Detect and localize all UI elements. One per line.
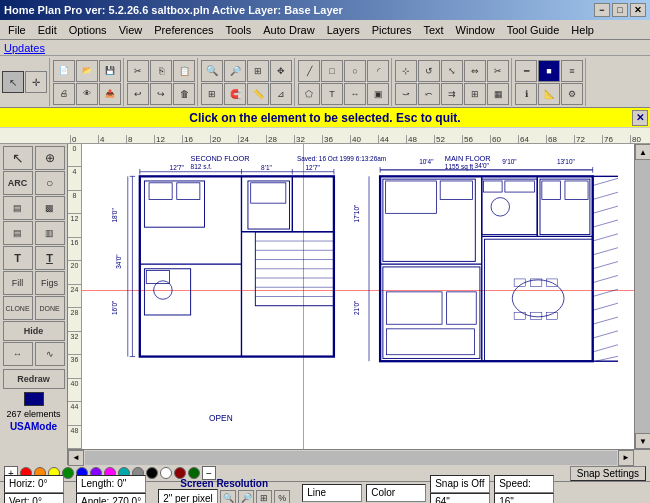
door-tool[interactable]: ▩ xyxy=(35,196,65,220)
updates-link[interactable]: Updates xyxy=(4,42,45,54)
ruler-mark-v: 44 xyxy=(68,402,81,425)
break-btn[interactable]: ⤻ xyxy=(395,83,417,105)
ortho-btn[interactable]: ⊿ xyxy=(270,83,292,105)
line-btn[interactable]: ╱ xyxy=(298,60,320,82)
config-btn[interactable]: ⚙ xyxy=(561,83,583,105)
move-btn[interactable]: ⊹ xyxy=(395,60,417,82)
mirror-btn[interactable]: ⇔ xyxy=(464,60,486,82)
text-btn[interactable]: T xyxy=(321,83,343,105)
menu-pictures[interactable]: Pictures xyxy=(366,22,418,38)
scale-btn[interactable]: ⤡ xyxy=(441,60,463,82)
layer-prop-btn[interactable]: ≡ xyxy=(561,60,583,82)
menu-layers[interactable]: Layers xyxy=(321,22,366,38)
crosshair-tool-btn[interactable]: ✛ xyxy=(25,71,47,93)
bottom-scrollbar[interactable]: ◄ ► xyxy=(68,449,650,465)
redraw-btn[interactable]: Redraw xyxy=(3,369,65,389)
dim-tool[interactable]: ↔ xyxy=(3,342,33,366)
zigzag-tool[interactable]: ∿ xyxy=(35,342,65,366)
color-black[interactable] xyxy=(146,467,158,479)
crosshair-tool[interactable]: ⊕ xyxy=(35,146,65,170)
trim-btn[interactable]: ✂ xyxy=(487,60,509,82)
print-btn[interactable]: 🖨 xyxy=(53,83,75,105)
paste-btn[interactable]: 📋 xyxy=(173,60,195,82)
scroll-left-btn[interactable]: ◄ xyxy=(68,450,84,466)
menu-file[interactable]: File xyxy=(2,22,32,38)
copy-btn[interactable]: ⎘ xyxy=(150,60,172,82)
poly-btn[interactable]: ⬠ xyxy=(298,83,320,105)
circle-btn[interactable]: ○ xyxy=(344,60,366,82)
menu-window[interactable]: Window xyxy=(450,22,501,38)
zoom-fit-btn[interactable]: ⊞ xyxy=(247,60,269,82)
text-bold-tool[interactable]: T xyxy=(35,246,65,270)
menu-tools[interactable]: Tools xyxy=(220,22,258,38)
arc-btn[interactable]: ◜ xyxy=(367,60,389,82)
export-btn[interactable]: 📤 xyxy=(99,83,121,105)
menu-view[interactable]: View xyxy=(113,22,149,38)
menu-text[interactable]: Text xyxy=(417,22,449,38)
menu-options[interactable]: Options xyxy=(63,22,113,38)
window-tool[interactable]: ▥ xyxy=(35,221,65,245)
rotate-btn[interactable]: ↺ xyxy=(418,60,440,82)
dim-btn[interactable]: ↔ xyxy=(344,83,366,105)
zoom-in-status-btn[interactable]: 🔍 xyxy=(220,490,236,503)
snap-btn[interactable]: 🧲 xyxy=(224,83,246,105)
zoom-out-status-btn[interactable]: 🔎 xyxy=(238,490,254,503)
grid-btn[interactable]: ⊞ xyxy=(201,83,223,105)
delete-btn[interactable]: 🗑 xyxy=(173,83,195,105)
menu-help[interactable]: Help xyxy=(565,22,600,38)
scroll-down-btn[interactable]: ▼ xyxy=(635,433,650,449)
lineweight-btn[interactable]: ━ xyxy=(515,60,537,82)
menu-toolguide[interactable]: Tool Guide xyxy=(501,22,566,38)
scroll-up-btn[interactable]: ▲ xyxy=(635,144,650,160)
zoom-out-btn[interactable]: 🔎 xyxy=(224,60,246,82)
select-tool-btn[interactable]: ↖ xyxy=(2,71,24,93)
svg-rect-57 xyxy=(505,181,535,192)
undo-btn[interactable]: ↩ xyxy=(127,83,149,105)
scroll-track-h[interactable] xyxy=(85,451,617,465)
measure-btn[interactable]: 📐 xyxy=(538,83,560,105)
offset-btn[interactable]: ⇉ xyxy=(441,83,463,105)
zoom-in-btn[interactable]: 🔍 xyxy=(201,60,223,82)
close-button[interactable]: ✕ xyxy=(630,3,646,17)
snap-settings-btn[interactable]: Snap Settings xyxy=(570,466,646,481)
notify-close-button[interactable]: ✕ xyxy=(632,110,648,126)
maximize-button[interactable]: □ xyxy=(612,3,628,17)
menu-edit[interactable]: Edit xyxy=(32,22,63,38)
scroll-right-btn[interactable]: ► xyxy=(618,450,634,466)
minimize-button[interactable]: − xyxy=(594,3,610,17)
array-btn[interactable]: ⊞ xyxy=(464,83,486,105)
circle-tool[interactable]: ○ xyxy=(35,171,65,195)
arc-tool[interactable]: ARC xyxy=(3,171,33,195)
hide-btn[interactable]: Hide xyxy=(3,321,65,341)
join-btn[interactable]: ⤺ xyxy=(418,83,440,105)
menu-preferences[interactable]: Preferences xyxy=(148,22,219,38)
new-btn[interactable]: 📄 xyxy=(53,60,75,82)
wall-tool[interactable]: ▤ xyxy=(3,196,33,220)
fill-btn[interactable]: ▣ xyxy=(367,83,389,105)
text-tool[interactable]: T xyxy=(3,246,33,270)
scroll-track-v[interactable] xyxy=(635,160,650,433)
color-swatch[interactable] xyxy=(24,392,44,406)
pan-btn[interactable]: ✥ xyxy=(270,60,292,82)
cut-btn[interactable]: ✂ xyxy=(127,60,149,82)
fill-tool[interactable]: Fill xyxy=(3,271,33,295)
figs-tool[interactable]: Figs xyxy=(35,271,65,295)
stair-tool[interactable]: ▤ xyxy=(3,221,33,245)
zoom-fit-status-btn[interactable]: ⊞ xyxy=(256,490,272,503)
save-btn[interactable]: 💾 xyxy=(99,60,121,82)
open-btn[interactable]: 📂 xyxy=(76,60,98,82)
menu-autodraw[interactable]: Auto Draw xyxy=(257,22,320,38)
done-tool[interactable]: DONE xyxy=(35,296,65,320)
clone-tool[interactable]: CLONE xyxy=(3,296,33,320)
preview-btn[interactable]: 👁 xyxy=(76,83,98,105)
props-btn[interactable]: ℹ xyxy=(515,83,537,105)
zoom-custom-btn[interactable]: % xyxy=(274,490,290,503)
right-scrollbar[interactable]: ▲ ▼ xyxy=(634,144,650,449)
block-btn[interactable]: ▦ xyxy=(487,83,509,105)
pointer-tool[interactable]: ↖ xyxy=(3,146,33,170)
drawing-canvas[interactable]: SECOND FLOOR 812 s.f. Saved: 16 Oct 1999… xyxy=(82,144,634,449)
ruler-btn[interactable]: 📏 xyxy=(247,83,269,105)
rect-btn[interactable]: □ xyxy=(321,60,343,82)
redo-btn[interactable]: ↪ xyxy=(150,83,172,105)
color-btn[interactable]: ■ xyxy=(538,60,560,82)
